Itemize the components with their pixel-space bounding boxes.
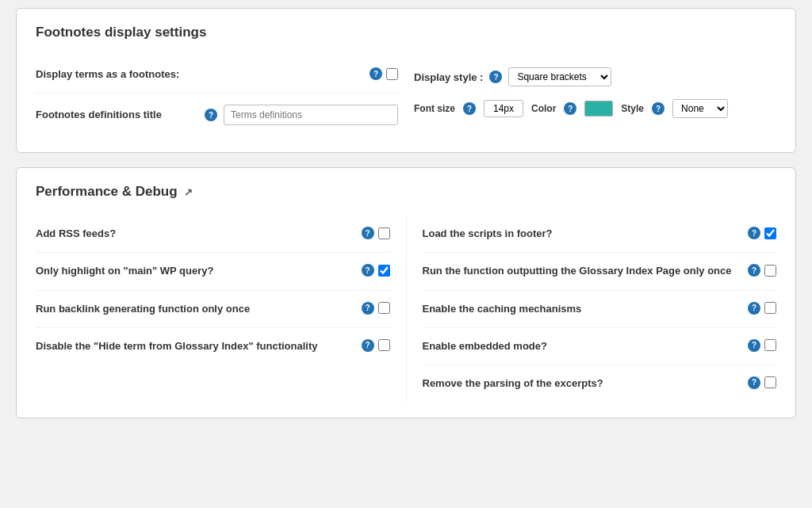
external-link-icon[interactable]: ↗ xyxy=(184,186,193,198)
perf-left-help-1[interactable]: ? xyxy=(362,264,374,277)
font-size-help-icon[interactable]: ? xyxy=(463,102,476,115)
perf-right-help-2[interactable]: ? xyxy=(748,302,760,315)
footnotes-left-col: Display terms as a footnotes: ? Footnote… xyxy=(36,56,398,136)
font-options-row: Font size ? Color ? Style ? None Bold It… xyxy=(414,93,776,129)
footnotes-card-title: Footnotes display settings xyxy=(36,25,776,40)
perf-right-help-0[interactable]: ? xyxy=(748,227,760,239)
perf-left-item-1: Only highlight on "main" WP query? ? xyxy=(36,253,390,290)
perf-left-item-2: Run backlink generating function only on… xyxy=(36,291,390,328)
perf-left-controls-2: ? xyxy=(362,302,390,315)
perf-right-label-1: Run the function outputting the Glossary… xyxy=(423,264,742,278)
perf-right-controls-0: ? xyxy=(748,227,776,239)
perf-right-checkbox-3[interactable] xyxy=(764,339,776,351)
perf-right-item-4: Remove the parsing of the excerpts? ? xyxy=(423,365,777,402)
perf-left-label-3: Disable the "Hide term from Glossary Ind… xyxy=(36,339,355,353)
definitions-row: Footnotes definitions title ? xyxy=(36,94,398,136)
style-select[interactable]: None Bold Italic xyxy=(672,99,728,118)
perf-left-help-0[interactable]: ? xyxy=(362,227,374,239)
perf-left-item-0: Add RSS feeds? ? xyxy=(36,216,390,253)
color-help-icon[interactable]: ? xyxy=(564,102,576,115)
performance-card-title: Performance & Debug ↗ xyxy=(36,184,776,200)
perf-right-label-3: Enable embedded mode? xyxy=(423,339,742,353)
perf-left-item-3: Disable the "Hide term from Glossary Ind… xyxy=(36,328,390,365)
display-style-select[interactable]: Square brackets Round brackets None xyxy=(508,67,611,86)
display-terms-checkbox[interactable] xyxy=(386,68,398,80)
perf-left-controls-0: ? xyxy=(362,227,390,239)
perf-left-help-3[interactable]: ? xyxy=(362,339,374,352)
footnotes-title-text: Footnotes display settings xyxy=(36,25,206,40)
perf-left-checkbox-3[interactable] xyxy=(378,339,390,351)
perf-right-checkbox-0[interactable] xyxy=(764,227,776,239)
perf-left-label-0: Add RSS feeds? xyxy=(36,227,355,241)
perf-right-label-0: Load the scripts in footer? xyxy=(423,227,742,241)
performance-card: Performance & Debug ↗ Add RSS feeds? ? O… xyxy=(16,167,796,418)
definitions-title-input[interactable] xyxy=(224,105,398,125)
perf-right-controls-1: ? xyxy=(748,264,776,277)
display-terms-row: Display terms as a footnotes: ? xyxy=(36,56,398,94)
performance-title-text: Performance & Debug xyxy=(36,184,178,200)
display-terms-help-icon[interactable]: ? xyxy=(370,67,382,80)
definitions-title-help-icon[interactable]: ? xyxy=(205,109,217,121)
perf-left-label-2: Run backlink generating function only on… xyxy=(36,302,355,316)
style-label: Style xyxy=(621,103,644,114)
display-terms-label: Display terms as a footnotes: xyxy=(36,67,363,82)
perf-left-checkbox-1[interactable] xyxy=(378,265,390,277)
color-label: Color xyxy=(531,103,556,114)
perf-right-controls-2: ? xyxy=(748,302,776,315)
perf-left-help-2[interactable]: ? xyxy=(362,302,374,315)
perf-left-label-1: Only highlight on "main" WP query? xyxy=(36,264,355,278)
perf-right-item-1: Run the function outputting the Glossary… xyxy=(423,253,777,290)
display-terms-controls: ? xyxy=(370,67,398,80)
perf-right-checkbox-1[interactable] xyxy=(764,265,776,277)
footnotes-card: Footnotes display settings Display terms… xyxy=(16,8,796,153)
perf-right-item-3: Enable embedded mode? ? xyxy=(423,328,777,365)
display-style-label: Display style : xyxy=(414,71,483,83)
perf-right-label-2: Enable the caching mechanisms xyxy=(423,302,742,316)
perf-right-help-4[interactable]: ? xyxy=(748,376,760,389)
perf-left-checkbox-0[interactable] xyxy=(378,227,390,239)
font-size-label: Font size xyxy=(414,103,455,114)
footnotes-right-col: Display style : ? Square brackets Round … xyxy=(398,56,776,136)
color-swatch[interactable] xyxy=(584,101,613,116)
display-style-help-icon[interactable]: ? xyxy=(489,71,502,83)
performance-left-col: Add RSS feeds? ? Only highlight on "main… xyxy=(36,216,406,402)
perf-right-checkbox-4[interactable] xyxy=(764,376,776,388)
perf-right-controls-4: ? xyxy=(748,376,776,389)
definitions-title-label: Footnotes definitions title xyxy=(36,108,198,122)
perf-left-controls-1: ? xyxy=(362,264,390,277)
display-style-row: Display style : ? Square brackets Round … xyxy=(414,56,776,93)
performance-settings-grid: Add RSS feeds? ? Only highlight on "main… xyxy=(36,216,776,402)
perf-right-label-4: Remove the parsing of the excerpts? xyxy=(423,376,742,391)
font-size-input[interactable] xyxy=(484,100,523,117)
perf-left-controls-3: ? xyxy=(362,339,390,352)
style-help-icon[interactable]: ? xyxy=(652,102,665,115)
perf-right-controls-3: ? xyxy=(748,339,776,352)
performance-right-col: Load the scripts in footer? ? Run the fu… xyxy=(406,216,777,402)
perf-right-checkbox-2[interactable] xyxy=(764,302,776,314)
perf-left-checkbox-2[interactable] xyxy=(378,302,390,314)
perf-right-item-0: Load the scripts in footer? ? xyxy=(423,216,777,253)
perf-right-item-2: Enable the caching mechanisms ? xyxy=(423,291,777,328)
perf-right-help-1[interactable]: ? xyxy=(748,264,760,277)
perf-right-help-3[interactable]: ? xyxy=(748,339,760,352)
